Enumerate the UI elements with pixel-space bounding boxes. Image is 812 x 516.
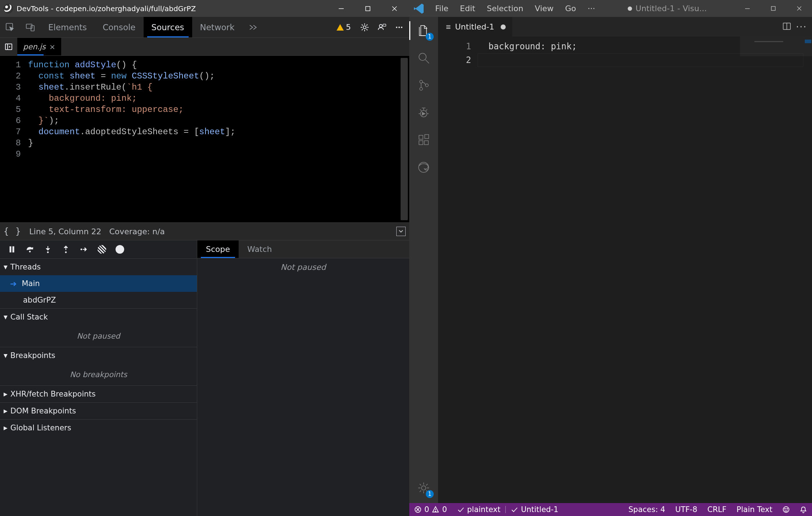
step-icon[interactable]: [76, 242, 91, 257]
svg-point-46: [787, 508, 788, 509]
menu-file[interactable]: File: [430, 2, 454, 15]
tab-scope[interactable]: Scope: [197, 240, 239, 258]
status-language-check[interactable]: plaintext: [452, 503, 506, 516]
svg-point-18: [47, 252, 49, 253]
explorer-badge: 1: [426, 33, 434, 41]
manage-icon[interactable]: 1: [415, 479, 432, 497]
status-encoding[interactable]: UTF-8: [670, 503, 702, 516]
warning-icon: [337, 24, 344, 31]
tab-sources[interactable]: Sources: [144, 17, 192, 37]
status-spaces[interactable]: Spaces: 4: [623, 503, 670, 516]
xhr-breakpoints-header[interactable]: ▶XHR/fetch Breakpoints: [0, 386, 197, 402]
callstack-header[interactable]: ▼Call Stack: [0, 309, 197, 325]
svg-rect-16: [13, 246, 14, 252]
tab-watch[interactable]: Watch: [239, 240, 281, 258]
scope-watch-tabs: Scope Watch: [197, 240, 409, 258]
explorer-icon[interactable]: 1: [415, 22, 432, 39]
close-button[interactable]: [381, 0, 408, 17]
editor-actions-more-icon[interactable]: ···: [796, 22, 807, 32]
close-tab-icon[interactable]: ×: [49, 42, 55, 51]
sources-file-tabs: pen.js ×: [0, 38, 409, 56]
tab-console[interactable]: Console: [95, 17, 143, 37]
step-out-icon[interactable]: [58, 242, 73, 257]
svg-rect-9: [383, 24, 386, 26]
run-debug-icon[interactable]: [415, 104, 432, 121]
svg-point-28: [420, 87, 423, 90]
search-icon[interactable]: [415, 49, 432, 67]
manage-badge: 1: [426, 490, 434, 498]
file-tab-label: pen.js: [23, 42, 46, 51]
devtools-toolbar: Elements Console Sources Network 5: [0, 17, 409, 38]
vs-maximize-button[interactable]: [760, 0, 786, 17]
status-eol[interactable]: CRLF: [702, 503, 731, 516]
global-listeners-header[interactable]: ▶Global Listeners: [0, 420, 197, 436]
device-toolbar-icon[interactable]: [20, 17, 40, 37]
warnings-indicator[interactable]: 5: [331, 23, 356, 32]
feedback-icon[interactable]: [373, 23, 391, 32]
minimap[interactable]: [740, 37, 812, 503]
show-console-icon[interactable]: [396, 227, 406, 236]
vscode-titlebar[interactable]: File Edit Selection View Go ··· Untitled…: [409, 0, 812, 17]
vs-minimize-button[interactable]: [734, 0, 760, 17]
svg-point-36: [421, 486, 426, 490]
svg-rect-31: [419, 135, 423, 139]
status-notifications-icon[interactable]: [795, 503, 812, 516]
pause-icon[interactable]: [4, 242, 19, 257]
maximize-button[interactable]: [355, 0, 381, 17]
dom-breakpoints-header[interactable]: ▶DOM Breakpoints: [0, 403, 197, 419]
step-over-icon[interactable]: [22, 242, 37, 257]
more-tabs-icon[interactable]: [243, 17, 263, 37]
svg-rect-32: [419, 141, 423, 145]
pause-exceptions-icon[interactable]: [112, 242, 127, 257]
status-problems[interactable]: 0 0: [409, 503, 452, 516]
svg-rect-22: [771, 6, 775, 10]
file-tab-penjs[interactable]: pen.js ×: [17, 38, 61, 55]
sources-editor[interactable]: 123456789 function addStyle() { const sh…: [0, 56, 409, 222]
deactivate-breakpoints-icon[interactable]: [94, 242, 109, 257]
extensions-icon[interactable]: [415, 131, 432, 149]
pretty-print-icon[interactable]: { }: [4, 226, 21, 236]
menu-selection[interactable]: Selection: [482, 2, 528, 15]
svg-rect-1: [366, 6, 370, 11]
svg-point-10: [396, 27, 397, 28]
svg-rect-15: [10, 246, 11, 252]
svg-point-44: [783, 507, 789, 512]
svg-point-29: [425, 84, 428, 87]
vscode-editor[interactable]: 1 2 background: pink;: [438, 37, 812, 503]
source-control-icon[interactable]: [415, 77, 432, 94]
threads-header[interactable]: ▼Threads: [0, 259, 197, 275]
editor-scrollbar[interactable]: [804, 37, 812, 503]
status-feedback-icon[interactable]: [777, 503, 795, 516]
activity-bar: 1 1: [409, 17, 438, 503]
kebab-menu-icon[interactable]: [391, 23, 408, 32]
menu-edit[interactable]: Edit: [455, 2, 481, 15]
split-editor-icon[interactable]: [782, 22, 791, 32]
thread-secondary[interactable]: abdGrPZ: [0, 292, 197, 308]
menu-go[interactable]: Go: [560, 2, 581, 15]
status-mode[interactable]: Plain Text: [731, 503, 777, 516]
status-file-check[interactable]: Untitled-1: [506, 503, 563, 516]
breakpoints-header[interactable]: ▼Breakpoints: [0, 347, 197, 364]
tab-elements[interactable]: Elements: [40, 17, 95, 37]
step-into-icon[interactable]: [40, 242, 55, 257]
editor-code[interactable]: function addStyle() { const sheet = new …: [25, 56, 409, 222]
debugger-controls: [0, 240, 197, 258]
minimize-button[interactable]: [328, 0, 355, 17]
thread-main[interactable]: ➔Main: [0, 275, 197, 292]
warning-icon: [432, 506, 439, 513]
tab-modified-dot-icon: [501, 24, 506, 30]
inspect-element-icon[interactable]: [0, 17, 20, 37]
vs-close-button[interactable]: [786, 0, 812, 17]
show-navigator-icon[interactable]: [0, 38, 17, 55]
vscode-gutter: 1 2: [456, 37, 478, 503]
editor-tab-untitled[interactable]: ≡ Untitled-1: [438, 17, 513, 37]
svg-point-25: [419, 53, 426, 60]
settings-icon[interactable]: [356, 23, 373, 32]
cursor-position: Line 5, Column 22: [29, 227, 101, 236]
menu-view[interactable]: View: [530, 2, 559, 15]
edge-tools-icon[interactable]: [415, 159, 432, 176]
tab-network[interactable]: Network: [192, 17, 243, 37]
coverage-status: Coverage: n/a: [109, 227, 165, 236]
menu-more[interactable]: ···: [583, 2, 600, 15]
devtools-titlebar[interactable]: DevTools - codepen.io/zoherghadyali/full…: [0, 0, 409, 17]
